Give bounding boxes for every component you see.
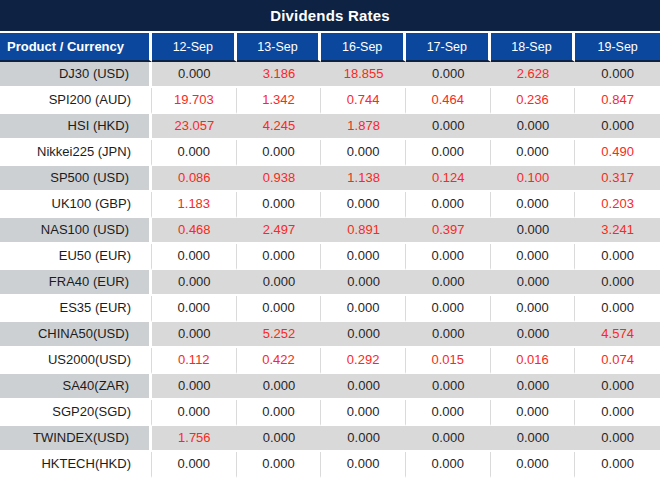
table-row: Nikkei225 (JPN)0.0000.0000.0000.0000.000…	[0, 140, 660, 166]
dividend-value-cell: 1.183	[152, 192, 237, 218]
product-cell: SP500 (USD)	[0, 166, 152, 192]
product-cell: SA40(ZAR)	[0, 374, 152, 400]
column-header-date-4: 17-Sep	[406, 31, 491, 62]
dividend-value-cell: 0.000	[321, 192, 406, 218]
table-row: SPI200 (AUD)19.7031.3420.7440.4640.2360.…	[0, 88, 660, 114]
dividend-value-cell: 1.342	[237, 88, 322, 114]
table-row: SA40(ZAR)0.0000.0000.0000.0000.0000.000	[0, 374, 660, 400]
dividend-value-cell: 0.000	[406, 296, 491, 322]
dividend-value-cell: 0.000	[152, 322, 237, 348]
product-cell: UK100 (GBP)	[0, 192, 152, 218]
dividend-value-cell: 3.241	[575, 218, 660, 244]
product-cell: ES35 (EUR)	[0, 296, 152, 322]
dividend-value-cell: 0.000	[491, 244, 576, 270]
dividend-value-cell: 0.000	[406, 114, 491, 140]
dividend-value-cell: 0.000	[237, 426, 322, 452]
dividend-value-cell: 0.490	[575, 140, 660, 166]
dividend-value-cell: 0.000	[152, 62, 237, 88]
product-cell: EU50 (EUR)	[0, 244, 152, 270]
dividend-value-cell: 0.000	[152, 244, 237, 270]
dividend-value-cell: 0.000	[237, 140, 322, 166]
dividend-value-cell: 0.000	[152, 452, 237, 478]
dividend-value-cell: 0.000	[491, 374, 576, 400]
dividend-value-cell: 0.124	[406, 166, 491, 192]
dividend-value-cell: 0.000	[406, 452, 491, 478]
dividend-value-cell: 0.000	[406, 426, 491, 452]
dividend-value-cell: 0.000	[406, 62, 491, 88]
dividend-value-cell: 0.000	[321, 270, 406, 296]
dividend-value-cell: 0.397	[406, 218, 491, 244]
dividend-value-cell: 0.100	[491, 166, 576, 192]
dividend-value-cell: 0.000	[406, 374, 491, 400]
dividend-value-cell: 0.422	[237, 348, 322, 374]
dividend-value-cell: 18.855	[321, 62, 406, 88]
dividend-value-cell: 0.000	[321, 400, 406, 426]
dividend-value-cell: 0.016	[491, 348, 576, 374]
dividend-value-cell: 0.000	[321, 322, 406, 348]
product-cell: CHINA50(USD)	[0, 322, 152, 348]
table-row: SGP20(SGD)0.0000.0000.0000.0000.0000.000	[0, 400, 660, 426]
dividend-value-cell: 0.000	[491, 114, 576, 140]
product-cell: SGP20(SGD)	[0, 400, 152, 426]
dividend-value-cell: 0.000	[406, 322, 491, 348]
dividend-value-cell: 3.186	[237, 62, 322, 88]
product-cell: NAS100 (USD)	[0, 218, 152, 244]
dividend-value-cell: 0.074	[575, 348, 660, 374]
dividend-value-cell: 0.468	[152, 218, 237, 244]
dividend-value-cell: 0.000	[491, 192, 576, 218]
dividend-value-cell: 1.138	[321, 166, 406, 192]
dividend-value-cell: 0.000	[152, 296, 237, 322]
dividend-value-cell: 0.000	[237, 400, 322, 426]
dividend-value-cell: 0.000	[237, 296, 322, 322]
dividend-value-cell: 19.703	[152, 88, 237, 114]
dividend-value-cell: 0.000	[575, 296, 660, 322]
product-cell: HKTECH(HKD)	[0, 452, 152, 478]
dividend-value-cell: 0.000	[575, 400, 660, 426]
table-row: FRA40 (EUR)0.0000.0000.0000.0000.0000.00…	[0, 270, 660, 296]
dividend-value-cell: 1.756	[152, 426, 237, 452]
column-header-date-6: 19-Sep	[575, 31, 660, 62]
dividend-value-cell: 0.744	[321, 88, 406, 114]
dividend-value-cell: 0.000	[406, 140, 491, 166]
dividend-value-cell: 0.000	[491, 218, 576, 244]
table-row: HKTECH(HKD)0.0000.0000.0000.0000.0000.00…	[0, 452, 660, 478]
dividends-table-body: DJ30 (USD)0.0003.18618.8550.0002.6280.00…	[0, 62, 660, 478]
product-cell: HSI (HKD)	[0, 114, 152, 140]
dividend-value-cell: 0.000	[406, 192, 491, 218]
dividend-value-cell: 0.000	[491, 322, 576, 348]
dividend-value-cell: 0.938	[237, 166, 322, 192]
dividend-value-cell: 0.000	[491, 270, 576, 296]
dividend-value-cell: 0.203	[575, 192, 660, 218]
table-row: EU50 (EUR)0.0000.0000.0000.0000.0000.000	[0, 244, 660, 270]
dividend-value-cell: 0.000	[237, 374, 322, 400]
dividend-value-cell: 0.000	[321, 244, 406, 270]
table-row: CHINA50(USD)0.0005.2520.0000.0000.0004.5…	[0, 322, 660, 348]
dividend-value-cell: 0.000	[321, 374, 406, 400]
dividend-value-cell: 23.057	[152, 114, 237, 140]
dividend-value-cell: 0.000	[152, 400, 237, 426]
dividend-value-cell: 0.000	[237, 452, 322, 478]
dividends-rates-panel: Dividends Rates Product / Currency 12-Se…	[0, 0, 660, 478]
dividend-value-cell: 2.497	[237, 218, 322, 244]
product-cell: FRA40 (EUR)	[0, 270, 152, 296]
dividend-value-cell: 4.245	[237, 114, 322, 140]
table-row: DJ30 (USD)0.0003.18618.8550.0002.6280.00…	[0, 62, 660, 88]
dividend-value-cell: 0.000	[152, 374, 237, 400]
table-row: TWINDEX(USD)1.7560.0000.0000.0000.0000.0…	[0, 426, 660, 452]
dividend-value-cell: 0.000	[575, 62, 660, 88]
product-cell: DJ30 (USD)	[0, 62, 152, 88]
dividend-value-cell: 0.000	[406, 270, 491, 296]
table-row: HSI (HKD)23.0574.2451.8780.0000.0000.000	[0, 114, 660, 140]
product-cell: US2000(USD)	[0, 348, 152, 374]
dividend-value-cell: 0.000	[491, 140, 576, 166]
dividend-value-cell: 0.000	[575, 452, 660, 478]
dividend-value-cell: 0.000	[575, 426, 660, 452]
dividend-value-cell: 0.112	[152, 348, 237, 374]
product-cell: TWINDEX(USD)	[0, 426, 152, 452]
dividend-value-cell: 1.878	[321, 114, 406, 140]
table-row: SP500 (USD)0.0860.9381.1380.1240.1000.31…	[0, 166, 660, 192]
dividend-value-cell: 0.000	[152, 140, 237, 166]
dividend-value-cell: 0.891	[321, 218, 406, 244]
title-bar: Dividends Rates	[0, 0, 660, 31]
dividend-value-cell: 0.000	[491, 452, 576, 478]
